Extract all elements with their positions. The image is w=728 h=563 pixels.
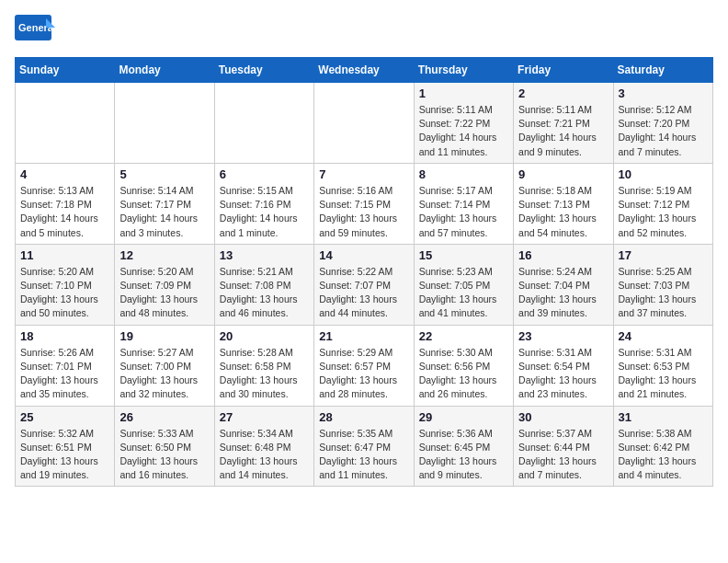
logo: General (15, 15, 55, 50)
calendar-cell (16, 83, 115, 164)
day-number: 18 (20, 329, 109, 343)
day-number: 27 (220, 410, 309, 424)
day-number: 7 (319, 167, 408, 181)
day-info: Sunrise: 5:20 AMSunset: 7:09 PMDaylight:… (119, 265, 209, 321)
calendar-week-row: 18Sunrise: 5:26 AMSunset: 7:01 PMDayligh… (16, 325, 713, 406)
calendar-cell: 14Sunrise: 5:22 AMSunset: 7:07 PMDayligh… (314, 244, 414, 325)
calendar-cell: 17Sunrise: 5:25 AMSunset: 7:03 PMDayligh… (613, 244, 712, 325)
day-info: Sunrise: 5:23 AMSunset: 7:05 PMDaylight:… (419, 265, 508, 321)
day-info: Sunrise: 5:14 AMSunset: 7:17 PMDaylight:… (119, 184, 209, 240)
day-info: Sunrise: 5:16 AMSunset: 7:15 PMDaylight:… (319, 184, 408, 240)
day-number: 16 (518, 248, 608, 262)
day-info: Sunrise: 5:34 AMSunset: 6:48 PMDaylight:… (220, 427, 309, 483)
calendar-cell: 25Sunrise: 5:32 AMSunset: 6:51 PMDayligh… (16, 406, 115, 487)
calendar-cell: 22Sunrise: 5:30 AMSunset: 6:56 PMDayligh… (414, 325, 513, 406)
day-number: 24 (619, 329, 708, 343)
calendar-cell: 29Sunrise: 5:36 AMSunset: 6:45 PMDayligh… (414, 406, 513, 487)
day-info: Sunrise: 5:15 AMSunset: 7:16 PMDaylight:… (220, 184, 309, 240)
day-info: Sunrise: 5:13 AMSunset: 7:18 PMDaylight:… (20, 184, 109, 240)
calendar-cell: 18Sunrise: 5:26 AMSunset: 7:01 PMDayligh… (16, 325, 115, 406)
calendar-week-row: 1Sunrise: 5:11 AMSunset: 7:22 PMDaylight… (16, 83, 713, 164)
calendar-cell: 12Sunrise: 5:20 AMSunset: 7:09 PMDayligh… (115, 244, 214, 325)
header-thursday: Thursday (414, 58, 513, 83)
day-info: Sunrise: 5:28 AMSunset: 6:58 PMDaylight:… (220, 346, 309, 402)
day-number: 12 (119, 248, 209, 262)
day-number: 20 (220, 329, 309, 343)
calendar-cell: 3Sunrise: 5:12 AMSunset: 7:20 PMDaylight… (613, 83, 712, 164)
day-info: Sunrise: 5:27 AMSunset: 7:00 PMDaylight:… (119, 346, 209, 402)
day-number: 29 (419, 410, 508, 424)
day-number: 21 (319, 329, 408, 343)
day-info: Sunrise: 5:32 AMSunset: 6:51 PMDaylight:… (20, 427, 109, 483)
day-number: 10 (619, 167, 708, 181)
day-number: 9 (518, 167, 608, 181)
calendar-cell: 21Sunrise: 5:29 AMSunset: 6:57 PMDayligh… (314, 325, 414, 406)
day-info: Sunrise: 5:35 AMSunset: 6:47 PMDaylight:… (319, 427, 408, 483)
day-number: 19 (119, 329, 209, 343)
calendar-cell: 13Sunrise: 5:21 AMSunset: 7:08 PMDayligh… (214, 244, 313, 325)
day-info: Sunrise: 5:22 AMSunset: 7:07 PMDaylight:… (319, 265, 408, 321)
day-number: 2 (518, 86, 608, 100)
calendar-cell: 10Sunrise: 5:19 AMSunset: 7:12 PMDayligh… (613, 163, 712, 244)
calendar-week-row: 25Sunrise: 5:32 AMSunset: 6:51 PMDayligh… (16, 406, 713, 487)
day-info: Sunrise: 5:24 AMSunset: 7:04 PMDaylight:… (518, 265, 608, 321)
day-number: 4 (20, 167, 109, 181)
day-number: 28 (319, 410, 408, 424)
calendar-header-row: SundayMondayTuesdayWednesdayThursdayFrid… (16, 58, 713, 83)
day-info: Sunrise: 5:25 AMSunset: 7:03 PMDaylight:… (619, 265, 708, 321)
calendar-cell: 1Sunrise: 5:11 AMSunset: 7:22 PMDaylight… (414, 83, 513, 164)
page-header: General (15, 15, 713, 50)
calendar-cell: 30Sunrise: 5:37 AMSunset: 6:44 PMDayligh… (514, 406, 613, 487)
calendar-cell: 4Sunrise: 5:13 AMSunset: 7:18 PMDaylight… (16, 163, 115, 244)
calendar-cell: 6Sunrise: 5:15 AMSunset: 7:16 PMDaylight… (214, 163, 313, 244)
day-number: 6 (220, 167, 309, 181)
day-number: 13 (220, 248, 309, 262)
day-number: 11 (20, 248, 109, 262)
day-number: 3 (619, 86, 708, 100)
header-monday: Monday (115, 58, 214, 83)
day-number: 26 (119, 410, 209, 424)
calendar-cell (115, 83, 214, 164)
day-info: Sunrise: 5:11 AMSunset: 7:21 PMDaylight:… (518, 103, 608, 159)
calendar-cell (314, 83, 414, 164)
calendar-cell: 16Sunrise: 5:24 AMSunset: 7:04 PMDayligh… (514, 244, 613, 325)
calendar-cell: 31Sunrise: 5:38 AMSunset: 6:42 PMDayligh… (613, 406, 712, 487)
day-number: 31 (619, 410, 708, 424)
day-number: 30 (518, 410, 608, 424)
day-info: Sunrise: 5:31 AMSunset: 6:53 PMDaylight:… (619, 346, 708, 402)
day-info: Sunrise: 5:20 AMSunset: 7:10 PMDaylight:… (20, 265, 109, 321)
day-info: Sunrise: 5:17 AMSunset: 7:14 PMDaylight:… (419, 184, 508, 240)
day-number: 17 (619, 248, 708, 262)
day-number: 22 (419, 329, 508, 343)
calendar-cell: 28Sunrise: 5:35 AMSunset: 6:47 PMDayligh… (314, 406, 414, 487)
day-info: Sunrise: 5:30 AMSunset: 6:56 PMDaylight:… (419, 346, 508, 402)
calendar-cell: 26Sunrise: 5:33 AMSunset: 6:50 PMDayligh… (115, 406, 214, 487)
day-number: 25 (20, 410, 109, 424)
day-info: Sunrise: 5:18 AMSunset: 7:13 PMDaylight:… (518, 184, 608, 240)
logo-icon: General (15, 15, 55, 48)
day-info: Sunrise: 5:29 AMSunset: 6:57 PMDaylight:… (319, 346, 408, 402)
day-number: 23 (518, 329, 608, 343)
calendar-cell: 27Sunrise: 5:34 AMSunset: 6:48 PMDayligh… (214, 406, 313, 487)
day-info: Sunrise: 5:31 AMSunset: 6:54 PMDaylight:… (518, 346, 608, 402)
calendar-cell (214, 83, 313, 164)
day-number: 15 (419, 248, 508, 262)
day-info: Sunrise: 5:37 AMSunset: 6:44 PMDaylight:… (518, 427, 608, 483)
calendar-cell: 2Sunrise: 5:11 AMSunset: 7:21 PMDaylight… (514, 83, 613, 164)
calendar-cell: 15Sunrise: 5:23 AMSunset: 7:05 PMDayligh… (414, 244, 513, 325)
day-info: Sunrise: 5:12 AMSunset: 7:20 PMDaylight:… (619, 103, 708, 159)
calendar-cell: 9Sunrise: 5:18 AMSunset: 7:13 PMDaylight… (514, 163, 613, 244)
day-info: Sunrise: 5:38 AMSunset: 6:42 PMDaylight:… (619, 427, 708, 483)
calendar-cell: 19Sunrise: 5:27 AMSunset: 7:00 PMDayligh… (115, 325, 214, 406)
day-info: Sunrise: 5:11 AMSunset: 7:22 PMDaylight:… (419, 103, 508, 159)
day-info: Sunrise: 5:36 AMSunset: 6:45 PMDaylight:… (419, 427, 508, 483)
day-number: 5 (119, 167, 209, 181)
day-info: Sunrise: 5:21 AMSunset: 7:08 PMDaylight:… (220, 265, 309, 321)
calendar-week-row: 11Sunrise: 5:20 AMSunset: 7:10 PMDayligh… (16, 244, 713, 325)
calendar-cell: 8Sunrise: 5:17 AMSunset: 7:14 PMDaylight… (414, 163, 513, 244)
day-number: 8 (419, 167, 508, 181)
header-sunday: Sunday (16, 58, 115, 83)
day-info: Sunrise: 5:33 AMSunset: 6:50 PMDaylight:… (119, 427, 209, 483)
header-wednesday: Wednesday (314, 58, 414, 83)
calendar-cell: 5Sunrise: 5:14 AMSunset: 7:17 PMDaylight… (115, 163, 214, 244)
